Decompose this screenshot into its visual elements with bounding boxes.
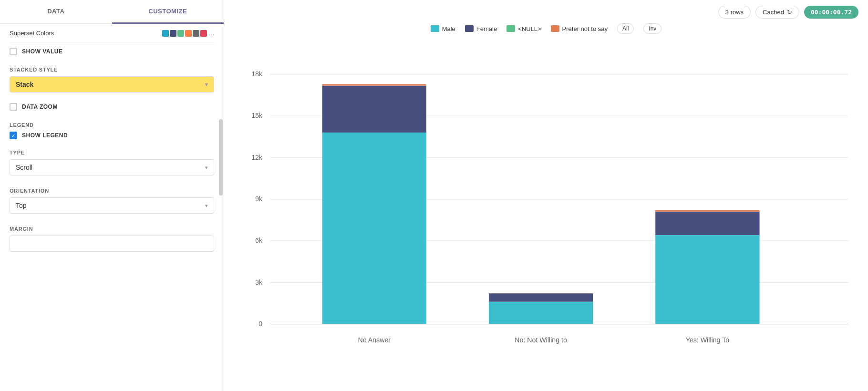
rows-badge: 3 rows [718, 6, 751, 19]
bar-yes-willing-female[interactable] [655, 212, 759, 235]
bar-no-answer-prefer[interactable] [322, 84, 426, 85]
svg-text:12k: 12k [251, 154, 263, 161]
swatch-3 [177, 30, 184, 37]
bar-no-not-willing-male[interactable] [489, 302, 593, 324]
swatch-5 [193, 30, 199, 37]
chart-svg-container: 0 3k 6k 9k 12k 15k 18k [234, 38, 858, 381]
cached-badge[interactable]: Cached ↻ [755, 6, 799, 19]
svg-text:0: 0 [258, 320, 262, 328]
stacked-style-label: STACKED STYLE [10, 67, 214, 72]
show-legend-row: SHOW LEGEND [10, 132, 214, 139]
legend-label-prefer: Prefer not to say [562, 25, 608, 32]
tab-customize[interactable]: CUSTOMIZE [112, 0, 224, 24]
legend-label-female: Female [476, 25, 497, 32]
tab-bar: DATA CUSTOMIZE [0, 0, 224, 24]
swatch-1 [162, 30, 169, 37]
legend-item-male[interactable]: Male [431, 25, 455, 32]
svg-text:15k: 15k [251, 112, 263, 119]
x-label-not-willing: No: Not Willing to [515, 336, 567, 344]
orientation-chevron: ▾ [205, 203, 208, 209]
legend-inv-button[interactable]: Inv [643, 23, 661, 34]
legend-swatch-null [506, 25, 515, 32]
legend-item-null[interactable]: <NULL> [506, 25, 541, 32]
type-select[interactable]: Scroll ▾ [10, 159, 214, 175]
stacked-style-chevron: ▾ [205, 82, 208, 88]
legend-section: Legend SHOW LEGEND [10, 115, 214, 143]
show-value-row: SHOW VALUE [10, 43, 214, 60]
stacked-style-wrapper: Stack ▾ [10, 76, 214, 93]
data-zoom-checkbox[interactable] [10, 103, 17, 111]
margin-input[interactable] [10, 236, 214, 252]
left-panel: DATA CUSTOMIZE Superset Colors ... [0, 0, 224, 391]
panel-scroll: Superset Colors ... SHOW VALUE STACKED S… [0, 24, 224, 391]
color-swatches-container: ... [162, 30, 214, 37]
show-legend-checkbox[interactable] [10, 132, 17, 139]
cached-label: Cached [763, 9, 784, 16]
legend-item-prefer[interactable]: Prefer not to say [551, 25, 608, 32]
type-chevron: ▾ [205, 165, 208, 171]
color-swatches[interactable] [162, 30, 207, 37]
data-zoom-label: DATA ZOOM [22, 103, 58, 110]
refresh-icon: ↻ [787, 9, 792, 16]
legend-swatch-prefer [551, 25, 559, 32]
bar-yes-willing-prefer[interactable] [655, 210, 759, 212]
legend-item-female[interactable]: Female [465, 25, 497, 32]
color-dots: ... [209, 30, 214, 37]
x-label-no-answer: No Answer [358, 336, 391, 344]
tab-data[interactable]: DATA [0, 0, 112, 24]
svg-text:9k: 9k [255, 195, 263, 203]
margin-section: MARGIN [10, 219, 214, 256]
svg-text:6k: 6k [255, 237, 263, 244]
top-bar: 3 rows Cached ↻ 00:00:00.72 [234, 6, 858, 19]
bar-no-answer-female[interactable] [322, 86, 426, 133]
right-panel: 3 rows Cached ↻ 00:00:00.72 Male Female … [224, 0, 868, 391]
x-label-yes-willing: Yes: Willing To [686, 336, 730, 344]
orientation-select[interactable]: Top ▾ [10, 197, 214, 214]
margin-label: MARGIN [10, 226, 214, 232]
show-legend-label: SHOW LEGEND [22, 132, 68, 139]
swatch-4 [185, 30, 192, 37]
orientation-value: Top [16, 202, 27, 209]
stacked-style-select[interactable]: Stack ▾ [10, 76, 214, 93]
bar-chart: 0 3k 6k 9k 12k 15k 18k [234, 38, 858, 381]
timer-badge: 00:00:00.72 [804, 6, 858, 19]
swatch-6 [200, 30, 207, 37]
chart-legend: Male Female <NULL> Prefer not to say All… [234, 23, 858, 34]
bar-no-answer-male[interactable] [322, 133, 426, 324]
legend-section-label: Legend [10, 122, 214, 128]
orientation-section: ORIENTATION Top ▾ [10, 181, 214, 219]
legend-label-null: <NULL> [518, 25, 541, 32]
scrollbar-thumb[interactable] [219, 119, 223, 196]
color-scheme-row: Superset Colors ... [10, 24, 214, 43]
type-wrapper: Scroll ▾ [10, 159, 214, 175]
show-value-label: SHOW VALUE [22, 48, 62, 55]
data-zoom-row: DATA ZOOM [10, 98, 214, 115]
type-label: TYPE [10, 150, 214, 155]
svg-text:18k: 18k [251, 70, 263, 78]
stacked-style-value: Stack [16, 81, 33, 88]
color-scheme-label: Superset Colors [10, 30, 54, 37]
bar-no-not-willing-female[interactable] [489, 293, 593, 301]
stacked-style-section: STACKED STYLE Stack ▾ [10, 60, 214, 98]
legend-label-male: Male [442, 25, 455, 32]
legend-swatch-female [465, 25, 474, 32]
orientation-wrapper: Top ▾ [10, 197, 214, 214]
legend-swatch-male [431, 25, 439, 32]
show-value-checkbox[interactable] [10, 48, 17, 55]
type-value: Scroll [16, 164, 32, 171]
legend-all-button[interactable]: All [617, 23, 634, 34]
svg-text:3k: 3k [255, 278, 263, 286]
bar-yes-willing-male[interactable] [655, 235, 759, 324]
chart-area: 0 3k 6k 9k 12k 15k 18k [234, 38, 858, 381]
type-section: TYPE Scroll ▾ [10, 143, 214, 181]
orientation-label: ORIENTATION [10, 188, 214, 194]
swatch-2 [170, 30, 176, 37]
